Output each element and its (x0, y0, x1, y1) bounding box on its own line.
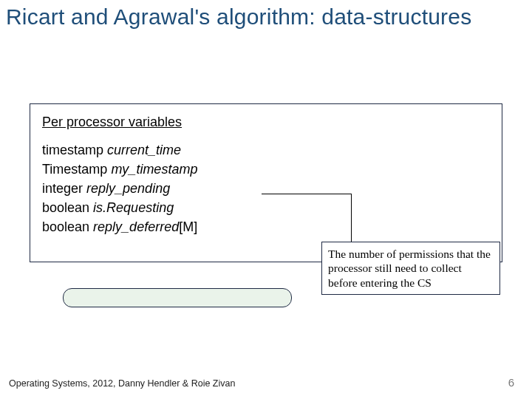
connector-horizontal (262, 194, 352, 194)
footer-text: Operating Systems, 2012, Danny Hendler &… (9, 378, 235, 389)
var-type: boolean (42, 219, 89, 234)
var-type: integer (42, 181, 83, 196)
var-suffix: [M] (179, 219, 197, 234)
variables-box: Per processor variables timestamp curren… (30, 103, 502, 262)
var-is-requesting: boolean is.Requesting (42, 198, 490, 217)
var-name: reply_pending (86, 181, 170, 196)
box-heading: Per processor variables (42, 115, 490, 130)
var-name: my_timestamp (111, 162, 197, 177)
callout-box: The number of permissions that the proce… (321, 242, 500, 295)
var-my-timestamp: Timestamp my_timestamp (42, 160, 490, 179)
connector-vertical (351, 194, 352, 242)
var-type: timestamp (42, 143, 103, 157)
var-name: current_time (107, 143, 181, 157)
var-type: Timestamp (42, 162, 107, 177)
variable-list: timestamp current_time Timestamp my_time… (42, 140, 490, 236)
var-reply-pending: integer reply_pending (42, 179, 490, 198)
var-name: reply_deferred (93, 219, 179, 234)
var-current-time: timestamp current_time (42, 140, 490, 160)
slide-title: Ricart and Agrawal's algorithm: data-str… (6, 4, 471, 30)
var-type: boolean (42, 200, 89, 215)
var-reply-deferred: boolean reply_deferred[M] (42, 217, 490, 236)
var-name: is.Requesting (93, 200, 174, 215)
page-number: 6 (508, 376, 514, 389)
highlight-reply-pending (63, 288, 292, 307)
